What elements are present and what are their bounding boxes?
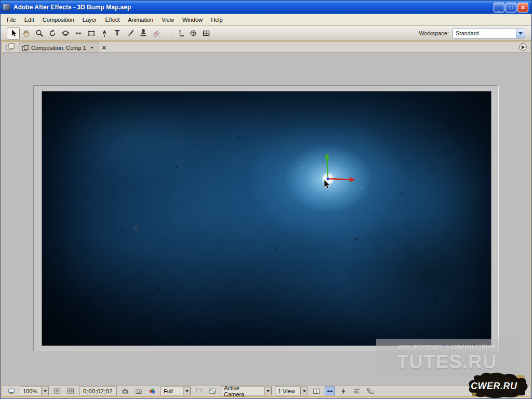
cursor-arrow-icon [324, 180, 330, 190]
rotation-tool[interactable] [46, 28, 59, 39]
tab-composition[interactable]: Composition: Comp 1 [19, 43, 99, 52]
zoom-level-select[interactable]: 100% [20, 387, 49, 395]
maximize-button[interactable]: □ [506, 3, 516, 12]
minimize-icon: _ [497, 6, 500, 12]
timecode-value: 0;00;02;02 [83, 388, 113, 394]
camera-view-value: Active Camera [224, 385, 261, 397]
timecode-display[interactable]: 0;00;02;02 [79, 387, 117, 395]
type-tool-glyph: T [115, 29, 119, 37]
toolbar-separator [168, 28, 168, 38]
resolution-select[interactable]: Full [161, 387, 191, 395]
composition-icon [22, 45, 29, 51]
cwer-logo: CWER.RU [467, 371, 530, 398]
view-count-select[interactable]: 1 View [275, 387, 308, 395]
workspace-dropdown-arrow-icon[interactable] [516, 29, 525, 38]
view-layout-icon[interactable] [311, 387, 322, 395]
title-bar: Adobe After Effects - 3D Bump Map.aep _ … [1, 1, 531, 14]
local-axis-mode[interactable] [174, 28, 187, 39]
3d-axis-widget[interactable] [307, 148, 364, 194]
menu-composition[interactable]: Composition [38, 15, 78, 25]
fast-preview-icon[interactable] [338, 387, 349, 395]
tab-close-button[interactable]: × [102, 45, 106, 51]
app-icon[interactable] [3, 4, 10, 11]
zoom-level-value: 100% [23, 388, 37, 394]
camera-dropdown-icon[interactable] [264, 387, 271, 395]
tab-label: Composition: Comp 1 [31, 45, 86, 51]
snapshot-camera-icon[interactable] [120, 387, 130, 395]
pen-tool[interactable] [98, 28, 111, 39]
minimize-button[interactable]: _ [494, 3, 504, 12]
flowchart-icon[interactable] [365, 387, 376, 395]
pan-behind-tool[interactable] [72, 28, 85, 39]
window-controls: _ □ × [494, 3, 529, 12]
show-snapshot-icon[interactable] [134, 387, 144, 395]
transparency-grid-icon[interactable] [207, 387, 218, 395]
composition-viewport[interactable] [42, 91, 491, 345]
view-dropdown-icon[interactable] [300, 387, 308, 395]
brush-tool[interactable] [124, 28, 137, 39]
orbit-camera-tool[interactable] [59, 28, 72, 39]
menu-bar: File Edit Composition Layer Effect Anima… [1, 14, 531, 26]
clone-stamp-tool[interactable] [137, 28, 150, 39]
zoom-tool[interactable] [33, 28, 46, 39]
watermark-line1: урок переведен и озвучен сайтом [398, 343, 495, 350]
region-of-interest-icon[interactable] [194, 387, 204, 395]
zoom-dropdown-icon[interactable] [41, 387, 48, 395]
menu-effect[interactable]: Effect [101, 15, 124, 25]
grid-icon[interactable] [65, 387, 76, 395]
selection-tool[interactable] [7, 28, 20, 39]
eraser-tool[interactable] [150, 28, 163, 39]
workspace-value: Standard [456, 30, 479, 36]
resolution-dropdown-icon[interactable] [183, 387, 190, 395]
safe-zones-icon[interactable] [52, 387, 62, 395]
layer-anchor-crosshair [132, 224, 140, 231]
monitor-icon[interactable] [6, 387, 17, 395]
menu-window[interactable]: Window [178, 15, 207, 25]
camera-view-select[interactable]: Active Camera [221, 387, 272, 395]
view-axis-mode[interactable] [200, 28, 212, 39]
menu-view[interactable]: View [157, 15, 178, 25]
hand-tool[interactable] [20, 28, 33, 39]
workspace-control: Workspace: Standard [419, 29, 525, 38]
menu-layer[interactable]: Layer [78, 15, 101, 25]
close-button[interactable]: × [517, 3, 528, 12]
viewport-area [33, 85, 499, 351]
channels-icon[interactable] [147, 387, 157, 395]
menu-file[interactable]: File [3, 15, 20, 25]
tab-dropdown-icon[interactable] [89, 45, 96, 51]
maximize-icon: □ [509, 5, 513, 10]
panel-menu-button[interactable] [519, 43, 527, 51]
type-tool[interactable]: T [111, 28, 124, 39]
menu-help[interactable]: Help [207, 15, 227, 25]
status-bar: 100% 0;00;02;02 Full [2, 385, 530, 396]
resolution-value: Full [164, 388, 173, 394]
after-effects-window: Adobe After Effects - 3D Bump Map.aep _ … [0, 0, 532, 399]
menu-animation[interactable]: Animation [124, 15, 157, 25]
mask-rectangle-tool[interactable] [85, 28, 98, 39]
workspace-label: Workspace: [419, 30, 449, 36]
timeline-icon[interactable] [352, 387, 362, 395]
cwer-logo-text: CWER.RU [471, 381, 517, 392]
close-icon: × [521, 4, 525, 11]
watermark-line2: TUTES.RU [397, 351, 497, 373]
view-count-value: 1 View [278, 388, 295, 394]
menu-edit[interactable]: Edit [20, 15, 38, 25]
tab-strip: Composition: Comp 1 × [2, 42, 530, 53]
panel-grip-icon[interactable] [6, 43, 16, 51]
world-axis-mode[interactable] [187, 28, 200, 39]
window-title: Adobe After Effects - 3D Bump Map.aep [14, 4, 131, 11]
panel-menu-arrow-icon [522, 45, 525, 49]
tool-bar: T Workspace: Standard [1, 26, 531, 41]
pixel-aspect-icon[interactable] [325, 387, 335, 395]
workspace-select[interactable]: Standard [453, 29, 525, 38]
